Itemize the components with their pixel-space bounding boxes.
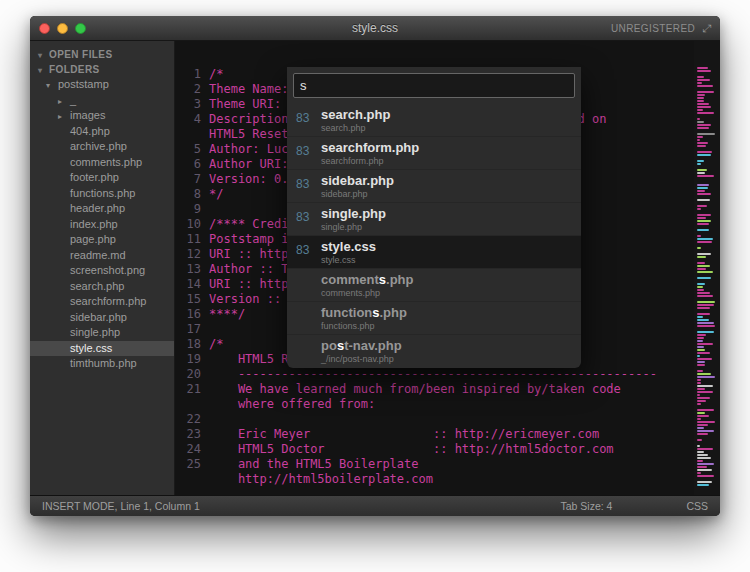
minimap-line <box>697 334 706 336</box>
goto-result-sidebar-php[interactable]: 83sidebar.phpsidebar.php <box>287 170 581 203</box>
open-files-section-header[interactable]: OPEN FILES <box>30 47 174 62</box>
code-line[interactable]: 22 <box>175 412 694 427</box>
zoom-button[interactable] <box>75 23 86 34</box>
app-window: style.css UNREGISTERED ⤢ OPEN FILES FOLD… <box>30 16 720 516</box>
sidebar-item-page-php[interactable]: page.php <box>30 232 174 248</box>
sidebar-item-comments-php[interactable]: comments.php <box>30 155 174 171</box>
code-line[interactable]: 23 Eric Meyer :: http://ericmeyer.com <box>175 427 694 442</box>
minimap-line <box>697 253 711 255</box>
filename-prefix: po <box>321 338 337 353</box>
result-score: 83 <box>296 210 309 224</box>
result-score: 83 <box>296 177 309 191</box>
folders-section-header[interactable]: FOLDERS <box>30 62 174 77</box>
line-number: 23 <box>175 427 209 442</box>
minimap-line <box>697 397 710 399</box>
line-number: 10 <box>175 217 209 232</box>
syntax-indicator[interactable]: CSS <box>686 500 708 512</box>
folder-closed-triangle-icon[interactable] <box>58 109 70 125</box>
line-text: /* <box>209 67 223 82</box>
sidebar-item-index-php[interactable]: index.php <box>30 217 174 233</box>
minimap-line <box>697 466 707 468</box>
disclosure-triangle-icon[interactable] <box>38 63 49 78</box>
minimap-line <box>697 277 711 279</box>
line-text: HTML5 Doctor :: http://html5doctor.com <box>209 442 614 457</box>
file-label: _ <box>70 94 76 106</box>
code-line[interactable]: where offered from: <box>175 397 694 412</box>
close-button[interactable] <box>39 23 50 34</box>
sidebar-item-footer-php[interactable]: footer.php <box>30 170 174 186</box>
sidebar-item-header-php[interactable]: header.php <box>30 201 174 217</box>
sidebar-item-screenshot-png[interactable]: screenshot.png <box>30 263 174 279</box>
sidebar-item-style-css[interactable]: style.css <box>30 341 174 357</box>
sidebar-item-functions-php[interactable]: functions.php <box>30 186 174 202</box>
sidebar-item--[interactable]: _ <box>30 93 174 109</box>
minimap-line <box>697 100 704 102</box>
result-path: sidebar.php <box>321 189 573 200</box>
sidebar-item-single-php[interactable]: single.php <box>30 325 174 341</box>
code-line[interactable]: 25 and the HTML5 Boilerplate <box>175 457 694 472</box>
minimap-line <box>697 364 705 366</box>
minimap-line <box>697 67 708 69</box>
result-path: functions.php <box>321 321 573 332</box>
minimap-line <box>697 145 706 147</box>
minimap-line <box>697 94 705 96</box>
file-label: style.css <box>70 342 112 354</box>
sidebar-item-images[interactable]: images <box>30 108 174 124</box>
file-label: 404.php <box>70 125 110 137</box>
result-path: searchform.php <box>321 156 573 167</box>
folder-open-triangle-icon[interactable] <box>46 78 58 94</box>
sidebar-item-poststamp[interactable]: poststamp <box>30 77 174 93</box>
minimap-line <box>697 331 714 333</box>
minimap-line <box>697 370 703 372</box>
filename-suffix: search.php <box>321 107 390 122</box>
goto-result-searchform-php[interactable]: 83searchform.phpsearchform.php <box>287 137 581 170</box>
tab-size-indicator[interactable]: Tab Size: 4 <box>560 500 612 512</box>
minimap-line <box>697 403 701 405</box>
minimap-line <box>697 463 714 465</box>
minimap-line <box>697 379 701 381</box>
code-line[interactable]: 20 -------------------------------------… <box>175 367 694 382</box>
goto-result-functions-php[interactable]: functions.phpfunctions.php <box>287 302 581 335</box>
goto-result-search-php[interactable]: 83search.phpsearch.php <box>287 104 581 137</box>
minimap-line <box>697 109 703 111</box>
minimap-line <box>697 361 705 363</box>
sidebar-item-readme-md[interactable]: readme.md <box>30 248 174 264</box>
result-filename: comments.php <box>321 272 573 287</box>
filename-suffix: sidebar.php <box>321 173 394 188</box>
sidebar-item-archive-php[interactable]: archive.php <box>30 139 174 155</box>
file-label: images <box>70 109 105 121</box>
line-number: 16 <box>175 307 209 322</box>
minimap-line <box>697 421 715 423</box>
result-score: 83 <box>296 111 309 125</box>
sidebar-item-timthumb-php[interactable]: timthumb.php <box>30 356 174 372</box>
code-line[interactable]: 21 We have learned much from/been inspir… <box>175 382 694 397</box>
disclosure-triangle-icon[interactable] <box>38 48 49 63</box>
code-line[interactable]: 24 HTML5 Doctor :: http://html5doctor.co… <box>175 442 694 457</box>
goto-result-post-nav-php[interactable]: post-nav.php_/inc/post-nav.php <box>287 335 581 368</box>
folder-closed-triangle-icon[interactable] <box>58 94 70 110</box>
minimap-line <box>697 301 715 303</box>
goto-result-style-css[interactable]: 83style.cssstyle.css <box>287 236 581 269</box>
minimize-button[interactable] <box>57 23 68 34</box>
minimap-line <box>697 268 706 270</box>
goto-result-comments-php[interactable]: comments.phpcomments.php <box>287 269 581 302</box>
minimap-line <box>697 262 705 264</box>
goto-result-single-php[interactable]: 83single.phpsingle.php <box>287 203 581 236</box>
line-number: 12 <box>175 247 209 262</box>
line-number: 3 <box>175 97 209 112</box>
sidebar-item-searchform-php[interactable]: searchform.php <box>30 294 174 310</box>
line-text: HTML5 Reset <box>209 127 288 142</box>
sidebar-item-404-php[interactable]: 404.php <box>30 124 174 140</box>
sidebar-item-search-php[interactable]: search.php <box>30 279 174 295</box>
code-line[interactable]: http://html5boilerplate.com <box>175 472 694 487</box>
fullscreen-icon[interactable]: ⤢ <box>702 23 711 34</box>
minimap-line <box>697 214 711 216</box>
minimap-line <box>697 169 707 171</box>
goto-anything-input[interactable] <box>293 73 575 98</box>
minimap[interactable] <box>694 41 720 495</box>
sidebar-item-sidebar-php[interactable]: sidebar.php <box>30 310 174 326</box>
minimap-line <box>697 445 700 447</box>
filename-suffix: t-nav.php <box>344 338 402 353</box>
minimap-line <box>697 439 702 441</box>
folders-label: FOLDERS <box>49 64 100 75</box>
